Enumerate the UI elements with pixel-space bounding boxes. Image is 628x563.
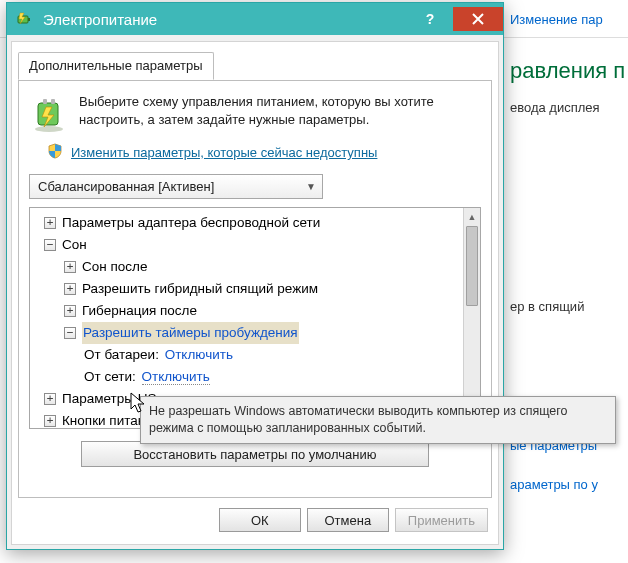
expand-icon[interactable]: +	[64, 283, 76, 295]
collapse-icon[interactable]: −	[44, 239, 56, 251]
tree-node-wake-timers[interactable]: − Разрешить таймеры пробуждения	[32, 322, 461, 344]
scroll-thumb[interactable]	[466, 226, 478, 306]
apply-button: Применить	[395, 508, 488, 532]
collapse-icon[interactable]: −	[64, 327, 76, 339]
expand-icon[interactable]: +	[64, 261, 76, 273]
bg-heading: равления п	[510, 58, 628, 84]
bg-text-2: ер в спящий	[510, 299, 628, 314]
plugged-in-value[interactable]: Отключить	[142, 369, 210, 385]
bg-text-1: евода дисплея	[510, 100, 628, 115]
tooltip: Не разрешать Windows автоматически вывод…	[140, 396, 616, 444]
bg-link-default[interactable]: араметры по у	[510, 477, 628, 492]
plan-select-value: Сбалансированная [Активен]	[38, 179, 214, 194]
ok-button[interactable]: ОК	[219, 508, 301, 532]
expand-icon[interactable]: +	[44, 415, 56, 427]
unlock-settings-link[interactable]: Изменить параметры, которые сейчас недос…	[71, 145, 377, 160]
tree-node-hibernate-after[interactable]: + Гибернация после	[32, 300, 461, 322]
dialog-client: Дополнительные параметры Выберите схему …	[11, 41, 499, 545]
tree-node-plugged-in[interactable]: От сети: Отключить	[32, 366, 461, 388]
close-icon	[472, 13, 484, 25]
cancel-button[interactable]: Отмена	[307, 508, 389, 532]
restore-defaults-button[interactable]: Восстановить параметры по умолчанию	[81, 441, 429, 467]
svg-rect-1	[28, 18, 30, 21]
tree-scrollbar[interactable]: ▲ ▼	[463, 208, 480, 428]
on-battery-value[interactable]: Отключить	[165, 347, 233, 362]
bg-link-change[interactable]: Изменение пар	[510, 12, 628, 27]
svg-rect-4	[43, 99, 47, 104]
svg-rect-5	[51, 99, 55, 104]
dialog-title: Электропитание	[43, 11, 407, 28]
battery-large-icon	[29, 93, 69, 133]
shield-icon	[47, 143, 63, 162]
tree-node-sleep[interactable]: − Сон	[32, 234, 461, 256]
expand-icon[interactable]: +	[44, 393, 56, 405]
tree-node-on-battery[interactable]: От батареи: Отключить	[32, 344, 461, 366]
tree-node-sleep-after[interactable]: + Сон после	[32, 256, 461, 278]
plan-select[interactable]: Сбалансированная [Активен] ▼	[29, 174, 323, 199]
battery-plug-icon	[15, 9, 35, 29]
expand-icon[interactable]: +	[64, 305, 76, 317]
power-options-dialog: Электропитание ? Дополнительные параметр…	[6, 2, 504, 550]
close-button[interactable]	[453, 7, 503, 31]
scroll-up-icon[interactable]: ▲	[464, 208, 480, 225]
titlebar[interactable]: Электропитание ?	[7, 3, 503, 35]
tab-advanced[interactable]: Дополнительные параметры	[18, 52, 214, 80]
intro-text: Выберите схему управления питанием, кото…	[79, 93, 481, 133]
dialog-buttons: ОК Отмена Применить	[219, 508, 488, 532]
tree-node-wireless[interactable]: + Параметры адаптера беспроводной сети	[32, 212, 461, 234]
help-button[interactable]: ?	[407, 7, 453, 31]
svg-point-2	[35, 126, 63, 132]
tree-node-hybrid-sleep[interactable]: + Разрешить гибридный спящий режим	[32, 278, 461, 300]
chevron-down-icon: ▼	[306, 181, 316, 192]
expand-icon[interactable]: +	[44, 217, 56, 229]
